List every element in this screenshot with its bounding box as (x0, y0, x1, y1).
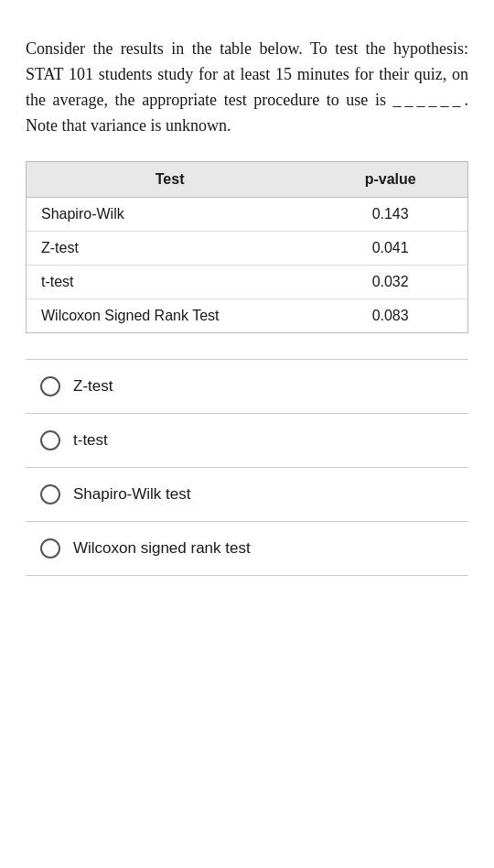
table-row: Shapiro-Wilk 0.143 (27, 197, 467, 231)
option-wilcoxon-label: Wilcoxon signed rank test (73, 539, 251, 558)
data-table: Test p-value Shapiro-Wilk 0.143 Z-test 0… (26, 161, 468, 333)
option-wilcoxon[interactable]: Wilcoxon signed rank test (26, 521, 468, 576)
row1-pvalue: 0.143 (313, 197, 467, 231)
row2-pvalue: 0.041 (313, 231, 467, 265)
radio-shapiro[interactable] (40, 484, 60, 505)
row2-test: Z-test (27, 231, 313, 265)
row1-test: Shapiro-Wilk (27, 197, 313, 231)
table-row: Wilcoxon Signed Rank Test 0.083 (27, 298, 467, 332)
table-row: Z-test 0.041 (27, 231, 467, 265)
col-header-test: Test (27, 162, 313, 198)
option-shapiro-label: Shapiro-Wilk test (73, 485, 190, 504)
option-ztest-label: Z-test (73, 377, 113, 396)
option-ttest-label: t-test (73, 431, 108, 450)
question-blank: ______ (393, 91, 465, 109)
table-row: t-test 0.032 (27, 265, 467, 298)
option-ttest[interactable]: t-test (26, 413, 468, 467)
row4-test: Wilcoxon Signed Rank Test (27, 298, 313, 332)
row3-test: t-test (27, 265, 313, 298)
option-shapiro[interactable]: Shapiro-Wilk test (26, 467, 468, 521)
page-container: Consider the results in the table below.… (0, 0, 494, 613)
question-text: Consider the results in the table below.… (26, 37, 468, 139)
radio-ztest[interactable] (40, 376, 60, 396)
options-container: Z-test t-test Shapiro-Wilk test Wilcoxon… (26, 359, 468, 576)
row4-pvalue: 0.083 (313, 298, 467, 332)
row3-pvalue: 0.032 (313, 265, 467, 298)
radio-ttest[interactable] (40, 430, 60, 450)
radio-wilcoxon[interactable] (40, 538, 60, 559)
col-header-pvalue: p-value (313, 162, 467, 198)
option-ztest[interactable]: Z-test (26, 359, 468, 413)
